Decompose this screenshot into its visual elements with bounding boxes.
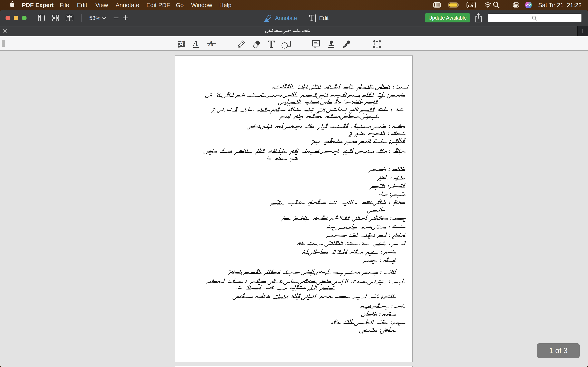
svg-text:A: A [179, 40, 184, 48]
svg-text:A: A [193, 40, 198, 48]
